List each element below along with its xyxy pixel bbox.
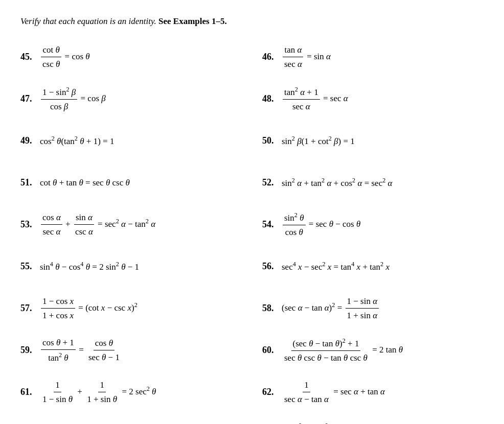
problem-51-content: cot θ + tan θ = sec θ csc θ xyxy=(40,176,242,190)
problem-45-content: cot θcsc θ = cos θ xyxy=(40,43,242,71)
problem-48-content: tan2 α + 1sec α = sec α xyxy=(282,85,484,113)
problem-60-content: (sec θ − tan θ)2 + 1 sec θ csc θ − tan θ… xyxy=(282,336,484,365)
problem-52-number: 52. xyxy=(262,177,282,188)
problem-49-content: cos2 θ(tan2 θ + 1) = 1 xyxy=(40,134,242,148)
problem-49-number: 49. xyxy=(20,135,40,146)
problem-46-content: tan αsec α = sin α xyxy=(282,43,484,71)
problem-55-content: sin4 θ − cos4 θ = 2 sin2 θ − 1 xyxy=(40,260,242,273)
problem-63: 63. cot α + 1cot α − 1 = 1 + tan α1 − ta… xyxy=(20,419,242,424)
problem-63-content: cot α + 1cot α − 1 = 1 + tan α1 − tan α xyxy=(40,420,242,424)
problem-62-content: 1sec α − tan α = sec α + tan α xyxy=(282,379,484,406)
problem-58-content: (sec α − tan α)2 = 1 − sin α1 + sin α xyxy=(282,295,484,322)
problem-57-number: 57. xyxy=(20,303,40,314)
problem-59-number: 59. xyxy=(20,345,40,356)
problem-56-number: 56. xyxy=(262,261,282,272)
problem-50: 50. sin2 β(1 + cot2 β) = 1 xyxy=(262,126,484,156)
problem-46-number: 46. xyxy=(262,52,282,62)
problems-grid: 45. cot θcsc θ = cos θ 46. tan αsec α = … xyxy=(20,42,484,424)
problem-54-number: 54. xyxy=(262,219,282,230)
problem-45-number: 45. xyxy=(20,52,40,62)
instruction-text: Verify that each equation is an identity… xyxy=(20,15,484,28)
problem-60-number: 60. xyxy=(262,345,282,356)
problem-47-content: 1 − sin2 βcos β = cos β xyxy=(40,85,242,113)
problem-48: 48. tan2 α + 1sec α = sec α xyxy=(262,84,484,114)
problem-62-number: 62. xyxy=(262,387,282,397)
problem-60: 60. (sec θ − tan θ)2 + 1 sec θ csc θ − t… xyxy=(262,335,484,366)
problem-59: 59. cos θ + 1tan2 θ = cos θsec θ − 1 xyxy=(20,335,242,366)
problem-46: 46. tan αsec α = sin α xyxy=(262,42,484,73)
problem-47: 47. 1 − sin2 βcos β = cos β xyxy=(20,84,242,114)
problem-54-content: sin2 θcos θ = sec θ − cos θ xyxy=(282,210,484,239)
problem-57: 57. 1 − cos x1 + cos x = (cot x − csc x)… xyxy=(20,293,242,324)
problem-47-number: 47. xyxy=(20,93,40,104)
problem-62: 62. 1sec α − tan α = sec α + tan α xyxy=(262,377,484,408)
problem-45: 45. cot θcsc θ = cos θ xyxy=(20,42,242,73)
problem-58-number: 58. xyxy=(262,303,282,314)
problem-58: 58. (sec α − tan α)2 = 1 − sin α1 + sin … xyxy=(262,293,484,324)
problem-48-number: 48. xyxy=(262,93,282,104)
problem-51-number: 51. xyxy=(20,177,40,188)
problem-54: 54. sin2 θcos θ = sec θ − cos θ xyxy=(262,209,484,240)
problem-64: 64. csc θ + cot θtan θ + sin θ = cot θ c… xyxy=(262,419,484,424)
problem-50-content: sin2 β(1 + cot2 β) = 1 xyxy=(282,134,484,148)
problem-61: 61. 11 − sin θ + 11 + sin θ = 2 sec2 θ xyxy=(20,377,242,408)
problem-61-content: 11 − sin θ + 11 + sin θ = 2 sec2 θ xyxy=(40,379,242,406)
problem-56: 56. sec4 x − sec2 x = tan4 x + tan2 x xyxy=(262,251,484,282)
problem-53-number: 53. xyxy=(20,219,40,230)
problem-52: 52. sin2 α + tan2 α + cos2 α = sec2 α xyxy=(262,168,484,198)
problem-49: 49. cos2 θ(tan2 θ + 1) = 1 xyxy=(20,126,242,156)
problem-50-number: 50. xyxy=(262,135,282,146)
problem-53-content: cos αsec α + sin αcsc α = sec2 α − tan2 … xyxy=(40,211,242,239)
problem-64-content: csc θ + cot θtan θ + sin θ = cot θ csc θ xyxy=(282,420,484,424)
problem-57-content: 1 − cos x1 + cos x = (cot x − csc x)2 xyxy=(40,295,242,322)
problem-52-content: sin2 α + tan2 α + cos2 α = sec2 α xyxy=(282,176,484,190)
problem-53: 53. cos αsec α + sin αcsc α = sec2 α − t… xyxy=(20,209,242,240)
problem-51: 51. cot θ + tan θ = sec θ csc θ xyxy=(20,168,242,198)
problem-59-content: cos θ + 1tan2 θ = cos θsec θ − 1 xyxy=(40,336,242,365)
problem-55: 55. sin4 θ − cos4 θ = 2 sin2 θ − 1 xyxy=(20,251,242,282)
problem-56-content: sec4 x − sec2 x = tan4 x + tan2 x xyxy=(282,260,484,273)
problem-55-number: 55. xyxy=(20,261,40,272)
problem-61-number: 61. xyxy=(20,387,40,397)
